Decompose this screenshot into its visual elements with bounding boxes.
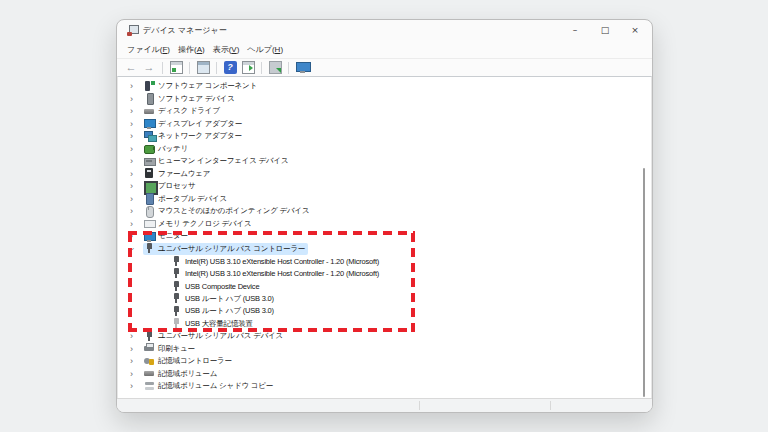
tree-row[interactable]: ユニバーサル シリアル バス デバイス	[118, 330, 651, 343]
chevron-icon[interactable]	[127, 368, 143, 380]
chevron-icon[interactable]	[127, 193, 143, 205]
help-button[interactable]	[222, 60, 238, 76]
menu-item[interactable]: 操作(A)	[174, 44, 209, 55]
tree-row[interactable]: USB 大容量記憶装置	[118, 318, 651, 331]
tree-row-content[interactable]: ユニバーサル シリアル バス デバイス	[143, 330, 286, 342]
tree-row[interactable]: ファームウェア	[118, 168, 651, 181]
chevron-icon[interactable]	[127, 130, 143, 142]
action-window-button[interactable]	[240, 60, 256, 76]
tree-row-content[interactable]: 印刷キュー	[143, 343, 198, 355]
close-button[interactable]: ×	[620, 21, 650, 40]
chevron-icon[interactable]	[127, 155, 143, 167]
title-bar[interactable]: デバイス マネージャー –□×	[117, 20, 652, 40]
tree-row-content[interactable]: ディスク ドライブ	[143, 105, 223, 117]
chevron-icon[interactable]	[127, 180, 143, 192]
tree-row[interactable]: Intel(R) USB 3.10 eXtensible Host Contro…	[118, 255, 651, 268]
tree-row[interactable]: ポータブル デバイス	[118, 193, 651, 206]
tree-row[interactable]: ネットワーク アダプター	[118, 130, 651, 143]
tree-row-content[interactable]: USB ルート ハブ (USB 3.0)	[170, 293, 277, 305]
chevron-icon[interactable]	[127, 118, 143, 130]
device-manager-window: デバイス マネージャー –□× ファイル(F) 操作(A) 表示(V) ヘルプ(…	[116, 19, 653, 413]
tree-row-content[interactable]: ソフトウェア デバイス	[143, 93, 238, 105]
tree-row[interactable]: USB ルート ハブ (USB 3.0)	[118, 293, 651, 306]
device-icon	[144, 131, 155, 142]
tree-row-content[interactable]: 記憶域ボリューム シャドウ コピー	[143, 380, 276, 392]
tree-row-content[interactable]: バッテリ	[143, 143, 191, 155]
tree-row[interactable]: 記憶域コントローラー	[118, 355, 651, 368]
tree-row[interactable]: 記憶域ボリューム シャドウ コピー	[118, 380, 651, 393]
tree-row-content[interactable]: ファームウェア	[143, 168, 213, 180]
chevron-icon[interactable]	[127, 343, 143, 355]
tree-row[interactable]: バッテリ	[118, 143, 651, 156]
tree-item-label: バッテリ	[158, 144, 188, 154]
chevron-icon[interactable]	[127, 168, 143, 180]
tree-row[interactable]: Intel(R) USB 3.10 eXtensible Host Contro…	[118, 268, 651, 281]
menu-item[interactable]: 表示(V)	[209, 44, 244, 55]
tree-row[interactable]: モニター	[118, 230, 651, 243]
tree-row[interactable]: マウスとそのほかのポインティング デバイス	[118, 205, 651, 218]
chevron-icon[interactable]	[127, 243, 143, 255]
tree-item-label: Intel(R) USB 3.10 eXtensible Host Contro…	[185, 269, 379, 278]
tree-row[interactable]: プロセッサ	[118, 180, 651, 193]
tree-row-content[interactable]: ネットワーク アダプター	[143, 130, 245, 142]
tree-row-content[interactable]: USB ルート ハブ (USB 3.0)	[170, 305, 277, 317]
tree-item-label: ポータブル デバイス	[158, 194, 227, 204]
status-bar-separator	[550, 401, 551, 410]
tree-row-content[interactable]: メモリ テクノロジ デバイス	[143, 218, 254, 230]
chevron-icon[interactable]	[127, 355, 143, 367]
menu-item[interactable]: ファイル(F)	[123, 44, 174, 55]
tree-row-content[interactable]: プロセッサ	[143, 180, 198, 192]
chevron-icon[interactable]	[127, 230, 143, 242]
forward-button[interactable]	[141, 60, 157, 76]
maximize-button[interactable]: □	[590, 21, 620, 40]
tree-row[interactable]: 印刷キュー	[118, 343, 651, 356]
properties-button[interactable]	[195, 60, 211, 76]
tree-row[interactable]: USB ルート ハブ (USB 3.0)	[118, 305, 651, 318]
device-icon	[144, 118, 155, 129]
tree-item-label: ネットワーク アダプター	[158, 131, 242, 141]
tree-row-content[interactable]: ディスプレイ アダプター	[143, 118, 245, 130]
tree-row-content[interactable]: ユニバーサル シリアル バス コントローラー	[143, 243, 308, 255]
tree-row-content[interactable]: USB Composite Device	[170, 280, 262, 292]
chevron-icon[interactable]	[127, 93, 143, 105]
tree-row-content[interactable]: Intel(R) USB 3.10 eXtensible Host Contro…	[170, 268, 382, 280]
tree-item-label: ディスク ドライブ	[158, 106, 220, 116]
tree-row-content[interactable]: モニター	[143, 230, 191, 242]
tree-row[interactable]: ディスプレイ アダプター	[118, 118, 651, 131]
remote-computer-button[interactable]	[294, 60, 310, 76]
tree-row[interactable]: ユニバーサル シリアル バス コントローラー	[118, 243, 651, 256]
console-tree-icon	[170, 61, 183, 74]
tree-item-label: メモリ テクノロジ デバイス	[158, 219, 251, 229]
window-title: デバイス マネージャー	[143, 25, 227, 36]
chevron-icon[interactable]	[127, 218, 143, 230]
tree-row-content[interactable]: USB 大容量記憶装置	[170, 318, 256, 330]
device-icon	[171, 306, 182, 317]
toolbar-separator	[261, 62, 262, 74]
tree-row-content[interactable]: Intel(R) USB 3.10 eXtensible Host Contro…	[170, 255, 382, 267]
console-tree-button[interactable]	[168, 60, 184, 76]
vertical-scrollbar[interactable]	[643, 168, 645, 397]
tree-row[interactable]: 記憶域ボリューム	[118, 368, 651, 381]
chevron-icon[interactable]	[127, 80, 143, 92]
tree-row-content[interactable]: ソフトウェア コンポーネント	[143, 80, 260, 92]
chevron-icon[interactable]	[127, 143, 143, 155]
tree-row[interactable]: ソフトウェア コンポーネント	[118, 80, 651, 93]
tree-row[interactable]: ヒューマン インターフェイス デバイス	[118, 155, 651, 168]
tree-row-content[interactable]: ヒューマン インターフェイス デバイス	[143, 155, 292, 167]
tree-row[interactable]: ソフトウェア デバイス	[118, 93, 651, 106]
tree-row-content[interactable]: マウスとそのほかのポインティング デバイス	[143, 205, 312, 217]
chevron-icon[interactable]	[127, 105, 143, 117]
chevron-icon[interactable]	[127, 205, 143, 217]
back-button[interactable]	[123, 60, 139, 76]
tree-row[interactable]: USB Composite Device	[118, 280, 651, 293]
tree-row[interactable]: メモリ テクノロジ デバイス	[118, 218, 651, 231]
tree-row[interactable]: ディスク ドライブ	[118, 105, 651, 118]
menu-item[interactable]: ヘルプ(H)	[243, 44, 287, 55]
tree-item-label: モニター	[158, 231, 188, 241]
minimize-button[interactable]: –	[560, 21, 590, 40]
tree-row-content[interactable]: 記憶域コントローラー	[143, 355, 235, 367]
tree-row-content[interactable]: 記憶域ボリューム	[143, 368, 220, 380]
chevron-icon[interactable]	[127, 330, 143, 342]
scan-hardware-button[interactable]	[267, 60, 283, 76]
chevron-icon[interactable]	[127, 380, 143, 392]
